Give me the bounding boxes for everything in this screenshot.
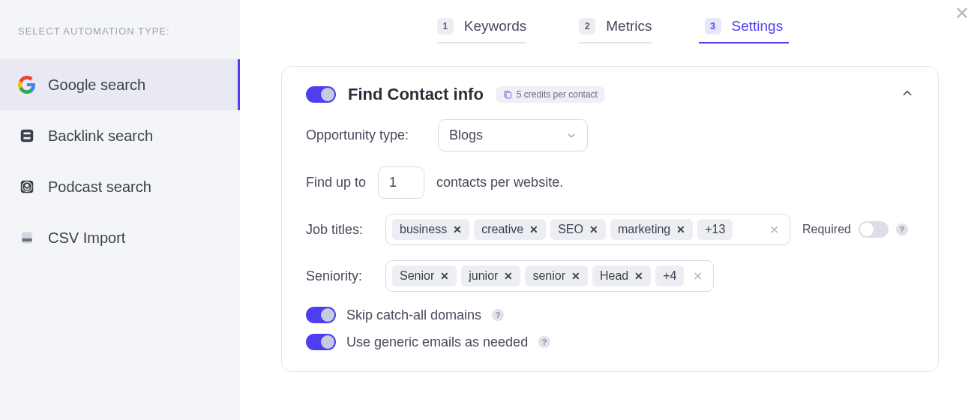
tab-number: 3 <box>705 18 721 34</box>
tab-number: 1 <box>437 18 454 34</box>
sidebar-item-label: Google search <box>48 76 145 94</box>
help-icon[interactable]: ? <box>492 309 504 321</box>
clear-all-icon[interactable]: ✕ <box>765 223 784 237</box>
sidebar-item-google-search[interactable]: Google search <box>0 59 240 110</box>
podcast-icon <box>18 178 36 196</box>
tab-label: Settings <box>732 18 784 34</box>
svg-rect-0 <box>21 130 34 142</box>
chevron-up-icon <box>901 86 914 100</box>
main-panel: ✕ 1 Keywords 2 Metrics 3 Settings Fin <box>240 0 980 420</box>
close-button[interactable]: ✕ <box>955 4 970 22</box>
sidebar-item-label: CSV Import <box>48 230 125 247</box>
job-titles-input[interactable]: business✕ creative✕ SEO✕ marketing✕ +13 … <box>385 214 790 245</box>
tab-metrics[interactable]: 2 Metrics <box>579 18 652 42</box>
credits-text: 5 credits per contact <box>517 89 598 100</box>
svg-rect-1 <box>23 132 30 134</box>
clear-all-icon[interactable]: ✕ <box>688 269 707 284</box>
chevron-down-icon <box>566 130 577 141</box>
tab-settings[interactable]: 3 Settings <box>705 18 784 42</box>
tag: senior✕ <box>525 266 588 286</box>
svg-rect-2 <box>23 137 30 140</box>
tag-remove-icon[interactable]: ✕ <box>529 224 538 236</box>
tab-label: Metrics <box>606 18 652 34</box>
tag-remove-icon[interactable]: ✕ <box>504 270 513 282</box>
required-toggle[interactable] <box>859 221 889 238</box>
tag-remove-icon[interactable]: ✕ <box>571 270 580 282</box>
tag-overflow[interactable]: +13 <box>697 219 733 240</box>
seniority-input[interactable]: Senior✕ junior✕ senior✕ Head✕ +4 ✕ <box>385 260 714 292</box>
tag-remove-icon[interactable]: ✕ <box>453 224 462 236</box>
sidebar-item-backlink-search[interactable]: Backlink search <box>0 110 240 161</box>
tag-remove-icon[interactable]: ✕ <box>440 270 449 282</box>
svg-rect-6 <box>22 232 31 244</box>
help-icon[interactable]: ? <box>896 224 908 236</box>
skip-catchall-toggle[interactable] <box>306 307 336 323</box>
tag-overflow[interactable]: +4 <box>655 266 684 286</box>
svg-rect-9 <box>506 92 511 98</box>
collapse-button[interactable] <box>901 86 914 103</box>
opportunity-type-label: Opportunity type: <box>306 128 426 143</box>
tag-remove-icon[interactable]: ✕ <box>589 224 598 236</box>
csv-icon <box>18 229 36 247</box>
google-icon <box>18 76 36 94</box>
sidebar-item-csv-import[interactable]: CSV Import <box>0 212 240 263</box>
required-label: Required <box>802 223 851 236</box>
tag: Senior✕ <box>392 266 457 286</box>
tag: SEO✕ <box>550 219 606 240</box>
svg-point-4 <box>25 184 29 188</box>
step-tabs: 1 Keywords 2 Metrics 3 Settings <box>270 0 950 48</box>
credits-badge: 5 credits per contact <box>496 86 605 103</box>
help-icon[interactable]: ? <box>538 336 550 348</box>
tag-remove-icon[interactable]: ✕ <box>634 270 643 282</box>
backlink-icon <box>18 127 36 145</box>
sidebar-item-podcast-search[interactable]: Podcast search <box>0 161 240 212</box>
close-icon: ✕ <box>955 3 970 23</box>
tag: Head✕ <box>592 266 651 286</box>
card-title: Find Contact info <box>348 85 484 104</box>
find-contact-toggle[interactable] <box>306 86 336 103</box>
skip-catchall-label: Skip catch-all domains <box>346 308 481 323</box>
sidebar-title: SELECT AUTOMATION TYPE: <box>0 26 240 59</box>
tag-remove-icon[interactable]: ✕ <box>676 224 685 236</box>
sidebar: SELECT AUTOMATION TYPE: Google search Ba… <box>0 0 240 420</box>
opportunity-type-select[interactable]: Blogs <box>438 119 588 152</box>
tab-keywords[interactable]: 1 Keywords <box>437 18 526 42</box>
generic-emails-label: Use generic emails as needed <box>346 334 528 350</box>
tag: marketing✕ <box>610 219 693 240</box>
tag: creative✕ <box>474 219 546 240</box>
credits-icon <box>503 90 512 99</box>
job-titles-label: Job titles: <box>306 222 373 238</box>
sidebar-item-label: Backlink search <box>48 128 153 145</box>
select-value: Blogs <box>449 128 483 143</box>
findup-prefix: Find up to <box>306 175 366 190</box>
svg-rect-7 <box>22 238 31 242</box>
find-contact-card: Find Contact info 5 credits per contact … <box>281 66 939 372</box>
seniority-label: Seniority: <box>306 268 373 284</box>
generic-emails-toggle[interactable] <box>306 334 336 350</box>
sidebar-item-label: Podcast search <box>48 178 151 196</box>
contacts-count-input[interactable] <box>378 166 424 199</box>
tag: junior✕ <box>461 266 520 286</box>
tab-number: 2 <box>579 18 595 34</box>
findup-suffix: contacts per website. <box>436 175 563 190</box>
tag: business✕ <box>392 219 469 240</box>
tab-label: Keywords <box>464 18 526 34</box>
